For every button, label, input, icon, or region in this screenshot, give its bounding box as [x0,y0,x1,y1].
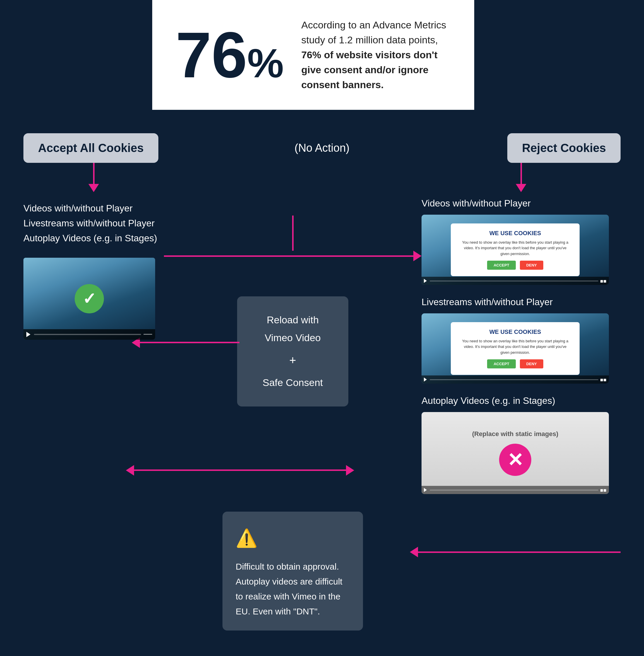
cookie-deny-btn-1[interactable]: DENY [520,261,543,270]
left-arrow-head-2 [126,465,134,476]
cookie-title-1: WE USE COOKIES [459,230,571,236]
videos-cookie-overlay: WE USE COOKIES You need to show an overl… [451,223,580,276]
reject-arrow-down [421,163,621,192]
video-card-1-controls: ◼◼ [421,277,609,285]
stat-desc-text: According to an Advance Metrics study of… [301,19,446,45]
livestreams-cookie-overlay: WE USE COOKIES You need to show an overl… [451,322,580,375]
reject-autoplay-label: Autoplay Videos (e.g. in Stages) [421,395,621,406]
cookie-body-2: You need to show an overlay like this be… [459,338,571,356]
cookie-title-2: WE USE COOKIES [459,329,571,335]
progress-mini-1 [430,280,598,281]
reload-line2: Vimeo Video [253,329,332,347]
section1-text: Videos with/without Player [421,198,531,208]
livestreams-cookie-card: WE USE COOKIES You need to show an overl… [421,313,609,384]
reject-column: Videos with/without Player WE USE COOKIE… [421,163,621,494]
accepted-video-thumbnail [23,258,155,340]
cookie-buttons-1: ACCEPT DENY [459,261,571,270]
reload-line3: Safe Consent [253,374,332,391]
progress-mini-2 [430,379,598,380]
video-card-2-controls: ◼◼ [421,376,609,384]
no-action-line-down [292,216,294,251]
video-controls-bar [23,329,155,340]
volume-mini-2: ◼◼ [600,378,606,382]
autoplay-inner: (Replace with static images) ✕ [472,430,558,476]
check-badge-icon [75,284,104,313]
warning-arrow-line [418,551,621,553]
play-mini-icon-3 [424,488,428,492]
cookie-buttons-2: ACCEPT DENY [459,359,571,368]
right-arrow-head [413,251,421,261]
section2-text: Livestreams with/without Player [421,297,553,307]
reject-label: Reject Cookies [522,141,606,154]
reload-safe-consent-box: Reload with Vimeo Video + Safe Consent [237,296,348,406]
warning-box: ⚠️ Difficult to obtain approval. Autopla… [223,512,363,631]
no-action-line-right [164,251,421,261]
stat-percent: % [247,40,284,86]
volume-bar [143,334,152,335]
stat-section: 76% According to an Advance Metrics stud… [152,0,474,110]
cookie-body-1: You need to show an overlay like this be… [459,240,571,257]
left-arrow-to-warning [410,547,621,557]
accept-arrow-down [23,163,164,192]
videos-cookie-card: WE USE COOKIES You need to show an overl… [421,215,609,285]
right-arrow-head-1 [346,465,354,476]
reload-line1: Reload with [253,311,332,329]
replace-label: (Replace with static images) [472,430,558,438]
volume-mini-3: ◼◼ [600,488,606,492]
stat-value: 76 [176,19,247,91]
accept-all-cookies-btn[interactable]: Accept All Cookies [23,133,158,163]
right-arrow-line-1 [231,470,346,471]
diagram-section: Accept All Cookies (No Action) Reject Co… [0,110,644,654]
warning-text: Difficult to obtain approval. Autoplay v… [236,562,343,616]
autoplay-card-controls: ◼◼ [421,486,609,494]
volume-mini-1: ◼◼ [600,279,606,283]
cookie-accept-btn-2[interactable]: ACCEPT [487,359,515,368]
autoplay-card: (Replace with static images) ✕ ◼◼ [421,412,609,494]
reload-box-row: Reload with Vimeo Video + Safe Consent [237,279,348,406]
play-mini-icon-2 [424,378,428,382]
no-action-label: (No Action) [295,142,349,154]
warning-arrow-head [410,547,418,557]
progress-bar [34,334,141,335]
reject-cookies-btn[interactable]: Reject Cookies [507,133,621,163]
progress-mini-3 [430,490,598,491]
reject-livestreams-label: Livestreams with/without Player [421,297,621,308]
center-column: Reload with Vimeo Video + Safe Consent [164,163,421,476]
bottom-row: ⚠️ Difficult to obtain approval. Autopla… [23,512,621,631]
plus-symbol: + [253,350,332,371]
stat-number: 76% [176,23,284,87]
play-icon [26,332,31,337]
left-arrow-line-2 [134,470,234,471]
accept-label: Accept All Cookies [38,141,144,154]
cookie-deny-btn-2[interactable]: DENY [520,359,543,368]
stat-highlight-text: 76% of website visitors don't give conse… [301,49,437,90]
no-action-text: (No Action) [295,142,349,154]
reject-videos-label: Videos with/without Player [421,198,621,209]
center-to-right-arrow-1 [231,465,354,476]
flow-columns: Videos with/without Player Livestreams w… [23,163,621,494]
action-row: Accept All Cookies (No Action) Reject Co… [23,133,621,163]
center-to-left-arrow-2 [126,465,234,476]
x-circle-icon: ✕ [499,444,531,476]
autoplay-warning-arrow [410,512,621,557]
warning-triangle-icon: ⚠️ [236,523,350,553]
accept-items-label: Videos with/without Player Livestreams w… [23,201,164,246]
section3-text: Autoplay Videos (e.g. in Stages) [421,395,555,406]
left-arrow-line-1 [140,342,239,343]
cookie-accept-btn-1[interactable]: ACCEPT [487,261,515,270]
accept-column: Videos with/without Player Livestreams w… [23,163,164,340]
warning-section: ⚠️ Difficult to obtain approval. Autopla… [176,512,410,631]
stat-description: According to an Advance Metrics study of… [301,18,451,92]
accept-items-text: Videos with/without Player Livestreams w… [23,203,157,243]
play-mini-icon-1 [424,279,428,283]
reload-box-row-2 [231,465,354,476]
